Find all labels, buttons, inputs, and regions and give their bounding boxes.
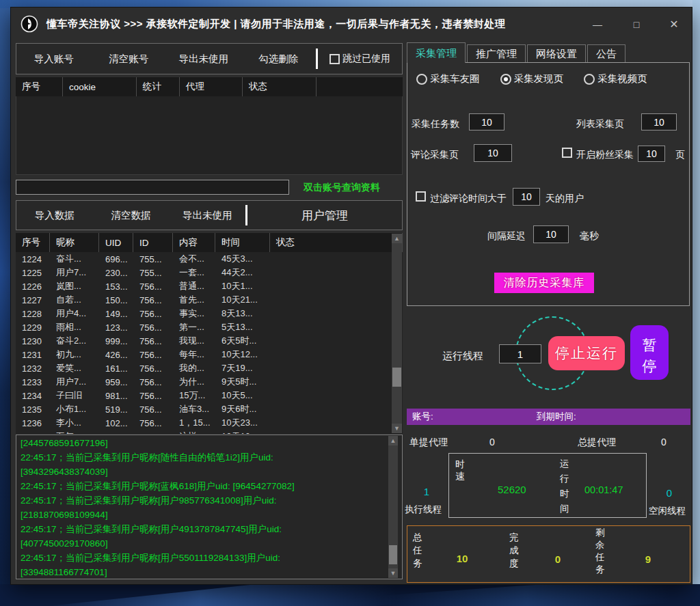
table-cell: 1236 [16, 418, 50, 428]
fans-pages-input[interactable] [638, 146, 665, 162]
table-cell: 第一... [173, 321, 215, 333]
toolbar-button-0[interactable]: 导入账号 [16, 53, 92, 66]
table-row[interactable]: 1232爱笑...161...756...我的...7天19... [16, 361, 403, 375]
table-cell: 1224 [16, 254, 50, 264]
tab-1[interactable]: 推广管理 [467, 44, 526, 63]
table-row[interactable]: 1234子曰旧981...756...15万...10天5... [16, 389, 403, 402]
table-row[interactable]: 1233用户7...959...756...为什...9天5时... [16, 375, 403, 389]
table-cell: 1231 [16, 350, 50, 360]
table-row[interactable]: 1227自若...150...756...首先...10天21... [16, 293, 403, 307]
comment-pages-input[interactable] [474, 144, 512, 162]
scrollbar-thumb[interactable] [392, 368, 401, 387]
radio-option-0[interactable]: 采集车友圈 [416, 72, 480, 85]
table-row[interactable]: 1226岚图...153...756...普通...10天1... [16, 279, 403, 293]
total-tasks-label: 总任务 [413, 531, 424, 570]
close-button[interactable]: ✕ [665, 16, 683, 33]
stop-run-button[interactable]: 停止运行 [548, 336, 625, 370]
scroll-down-icon[interactable]: ▼ [392, 424, 402, 433]
table-row[interactable]: 1229雨相...123...756...第一...5天13... [16, 320, 403, 334]
collect-mode-radios: 采集车友圈采集发现页采集视频页 [416, 72, 647, 85]
user-table-scrollbar[interactable]: ▲ ▼ [392, 234, 402, 433]
pause-button[interactable]: 暂停 [630, 325, 669, 380]
table-cell: 一套... [173, 266, 215, 279]
delay-unit-label: 毫秒 [580, 230, 599, 243]
table-cell: 756... [133, 309, 173, 319]
table-cell: 1227 [16, 295, 50, 305]
single-proxy-label: 单提代理 [409, 437, 448, 449]
table-row[interactable]: 1225用户7...230...755...一套...44天2... [16, 266, 403, 279]
wallpaper-bottom [0, 584, 700, 606]
data-toolbar: 导入数据清空数据导出未使用 用户管理 [16, 200, 403, 230]
table-cell: 9天5时... [215, 376, 270, 388]
wallpaper [0, 0, 11, 606]
table-cell: 15万... [173, 389, 215, 402]
clear-history-button[interactable]: 清除历史采集库 [494, 273, 594, 293]
license-bar: 账号: 到期时间: [407, 409, 690, 425]
log-scrollbar[interactable]: ▲ ▼ [388, 436, 398, 578]
radio-option-1[interactable]: 采集发现页 [500, 72, 564, 85]
runtime-label: 运行时间 [560, 456, 571, 517]
task-count-input[interactable] [469, 113, 504, 130]
table-cell: 149... [99, 309, 133, 319]
table-row[interactable]: 1228用户4...149...756...事实...8天13... [16, 307, 403, 320]
app-window: 懂车帝关注协议 >>> 承接软件定制开发 | 请勿用于非法用途，一切后果与作者无… [10, 7, 692, 585]
column-header: 代理 [180, 77, 243, 96]
maximize-button[interactable]: □ [628, 16, 645, 33]
tab-0[interactable]: 采集管理 [407, 42, 466, 63]
table-cell: 10天12... [215, 348, 270, 361]
run-threads-label: 运行线程 [442, 350, 483, 363]
log-scrollbar-thumb[interactable] [389, 545, 397, 564]
table-row[interactable]: 1230奋斗2...999...756...我现...6天5时... [16, 334, 403, 348]
toolbar-button-2[interactable]: 导出未使用 [166, 53, 241, 66]
filter-days-input[interactable] [513, 188, 540, 206]
user-management-button[interactable]: 用户管理 [247, 208, 402, 223]
table-cell: 我的... [173, 362, 215, 374]
radio-icon [500, 74, 511, 85]
toolbar-button-1[interactable]: 清空账号 [92, 53, 167, 66]
run-threads-input[interactable] [499, 344, 541, 363]
account-toolbar-buttons: 导入账号清空账号导出未使用勾选删除 [16, 44, 316, 74]
table-cell: 426... [99, 350, 133, 360]
toolbar-button-0[interactable]: 导入数据 [16, 209, 93, 222]
table-cell: 1233 [16, 377, 50, 387]
table-cell: 959... [99, 377, 133, 387]
toolbar-button-3[interactable]: 勾选删除 [241, 53, 317, 66]
table-row[interactable]: 1237五年614756这样10天10 [16, 430, 403, 434]
log-scroll-up-icon[interactable]: ▲ [388, 436, 398, 445]
table-cell: 45天3... [215, 253, 270, 265]
single-proxy-value: 0 [489, 437, 495, 447]
table-cell: 755... [133, 254, 173, 264]
table-cell: 614 [99, 432, 133, 435]
filter-time-checkbox[interactable] [416, 191, 426, 202]
fans-collect-checkbox[interactable] [562, 148, 572, 158]
scroll-up-icon[interactable]: ▲ [392, 234, 402, 243]
column-header: 时间 [215, 233, 270, 252]
table-cell: 事实... [173, 307, 215, 320]
account-search-input[interactable] [16, 180, 289, 195]
table-cell: 756... [133, 391, 173, 401]
toolbar-button-1[interactable]: 清空数据 [93, 209, 170, 222]
minimize-button[interactable]: — [589, 16, 606, 33]
skip-used-checkbox[interactable] [329, 54, 340, 64]
table-cell: 用户7... [50, 376, 99, 388]
table-cell: 1237 [16, 432, 50, 435]
column-header: ID [133, 233, 173, 252]
table-cell: 150... [99, 295, 133, 305]
radio-option-2[interactable]: 采集视频页 [584, 72, 647, 85]
total-tasks-value: 10 [448, 553, 476, 564]
table-cell: 756... [133, 418, 173, 428]
table-cell: 123... [99, 322, 133, 333]
toolbar-button-2[interactable]: 导出未使用 [169, 209, 245, 222]
table-row[interactable]: 1235小布1...519...756...油车3...9天6时... [16, 402, 403, 416]
table-row[interactable]: 1231初九...426...756...每年...10天12... [16, 348, 403, 361]
tab-2[interactable]: 网络设置 [527, 44, 586, 63]
list-pages-input[interactable] [641, 113, 677, 130]
delay-input[interactable] [533, 225, 569, 243]
table-row[interactable]: 1236李小...102...756...1，15...10天23... [16, 416, 403, 430]
runtime-value: 00:01:47 [584, 484, 623, 495]
comment-pages-label: 评论采集页 [411, 149, 459, 161]
tab-3[interactable]: 公告 [587, 44, 625, 63]
table-cell: 1234 [16, 391, 50, 401]
log-scroll-down-icon[interactable]: ▼ [388, 568, 398, 578]
table-row[interactable]: 1224奋斗...696...755...会不...45天3... [16, 252, 403, 266]
